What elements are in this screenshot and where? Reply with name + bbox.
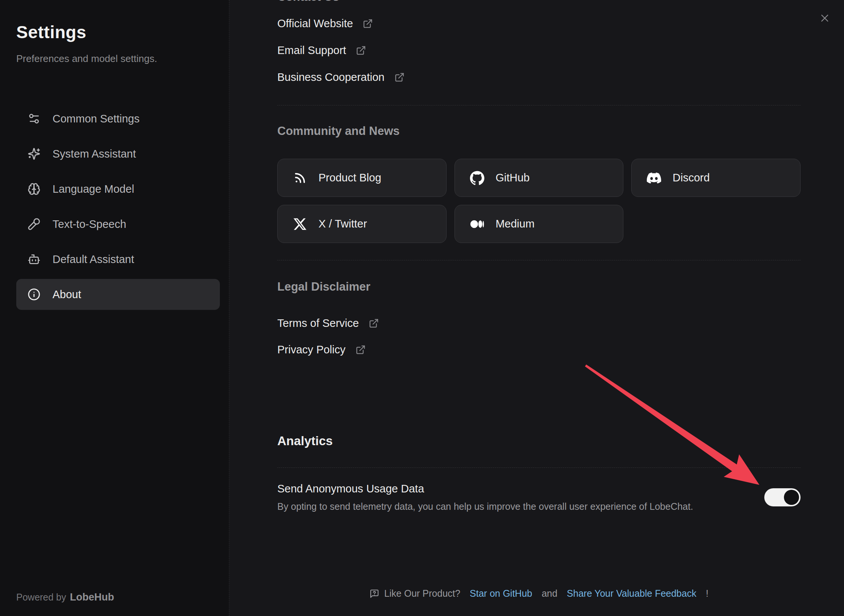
- sidebar-item-about[interactable]: About: [16, 279, 220, 310]
- sidebar-item-label: System Assistant: [53, 148, 136, 160]
- setting-description: By opting to send telemetry data, you ca…: [277, 501, 801, 512]
- send-usage-setting: Send Anonymous Usage Data By opting to s…: [277, 483, 801, 512]
- sidebar-item-label: Common Settings: [53, 113, 140, 125]
- footer-text: !: [706, 588, 708, 599]
- button-label: Product Blog: [318, 172, 381, 184]
- settings-nav: Common Settings System Assistant Languag…: [16, 103, 220, 310]
- divider: [277, 260, 801, 260]
- sidebar-item-language-model[interactable]: Language Model: [16, 173, 220, 204]
- email-support-link[interactable]: Email Support: [277, 44, 366, 57]
- divider: [277, 467, 801, 468]
- x-twitter-button[interactable]: X / Twitter: [277, 205, 447, 243]
- official-website-link[interactable]: Official Website: [277, 17, 373, 30]
- powered-by-label: Powered by: [16, 592, 66, 603]
- link-label: Privacy Policy: [277, 344, 346, 356]
- divider: [277, 105, 801, 105]
- brain-icon: [28, 183, 40, 195]
- medium-icon: [470, 217, 484, 231]
- sidebar-item-common-settings[interactable]: Common Settings: [16, 103, 220, 134]
- sliders-icon: [28, 112, 40, 125]
- github-button[interactable]: GitHub: [454, 159, 624, 197]
- link-label: Terms of Service: [277, 317, 359, 330]
- settings-sidebar: Settings Preferences and model settings.…: [0, 0, 229, 616]
- rss-icon: [293, 171, 307, 185]
- bot-icon: [28, 253, 40, 266]
- page-title: Settings: [16, 22, 220, 42]
- settings-modal: Settings Preferences and model settings.…: [0, 0, 844, 616]
- share-feedback-link[interactable]: Share Your Valuable Feedback: [567, 588, 696, 599]
- button-label: X / Twitter: [318, 218, 367, 230]
- sparkles-icon: [28, 147, 40, 160]
- toggle-knob: [784, 490, 799, 505]
- sidebar-item-label: Text-to-Speech: [53, 218, 126, 231]
- sidebar-item-default-assistant[interactable]: Default Assistant: [16, 244, 220, 275]
- privacy-policy-link[interactable]: Privacy Policy: [277, 344, 366, 356]
- button-label: Medium: [496, 218, 535, 230]
- about-panel: Contact Us Official Website Email Suppor…: [229, 0, 844, 616]
- external-link-icon: [356, 345, 366, 355]
- external-link-icon: [363, 19, 373, 29]
- feedback-footer: Like Our Product? Star on GitHub and Sha…: [277, 588, 801, 599]
- page-subtitle: Preferences and model settings.: [16, 53, 220, 65]
- terms-of-service-link[interactable]: Terms of Service: [277, 317, 379, 330]
- lobehub-brand-link[interactable]: LobeHub: [70, 591, 114, 603]
- powered-by: Powered by LobeHub: [16, 591, 114, 603]
- sidebar-item-label: Default Assistant: [53, 253, 134, 266]
- legal-heading: Legal Disclaimer: [277, 280, 801, 294]
- github-icon: [470, 171, 484, 185]
- link-label: Business Cooperation: [277, 71, 385, 84]
- link-label: Official Website: [277, 17, 353, 30]
- analytics-heading: Analytics: [277, 434, 801, 448]
- product-blog-button[interactable]: Product Blog: [277, 159, 447, 197]
- community-heading: Community and News: [277, 124, 801, 138]
- discord-button[interactable]: Discord: [631, 159, 801, 197]
- link-label: Email Support: [277, 44, 346, 57]
- sidebar-item-label: About: [53, 288, 81, 301]
- button-label: GitHub: [496, 172, 530, 184]
- send-usage-toggle[interactable]: [764, 488, 801, 506]
- close-icon: [819, 12, 830, 24]
- info-icon: [28, 288, 40, 301]
- close-button[interactable]: [819, 12, 830, 24]
- button-label: Discord: [672, 172, 710, 184]
- sidebar-item-label: Language Model: [53, 183, 134, 195]
- mic-icon: [28, 218, 40, 231]
- discussion-icon: [369, 589, 379, 599]
- footer-text: and: [542, 588, 558, 599]
- business-cooperation-link[interactable]: Business Cooperation: [277, 71, 405, 84]
- medium-button[interactable]: Medium: [454, 205, 624, 243]
- discord-icon: [647, 171, 661, 185]
- external-link-icon: [394, 72, 405, 82]
- sidebar-item-text-to-speech[interactable]: Text-to-Speech: [16, 209, 220, 240]
- setting-title: Send Anonymous Usage Data: [277, 483, 801, 495]
- external-link-icon: [369, 318, 379, 328]
- sidebar-item-system-assistant[interactable]: System Assistant: [16, 138, 220, 169]
- x-icon: [293, 217, 307, 231]
- footer-text: Like Our Product?: [384, 588, 461, 599]
- star-on-github-link[interactable]: Star on GitHub: [470, 588, 532, 599]
- contact-us-heading: Contact Us: [277, 0, 801, 4]
- external-link-icon: [356, 45, 366, 56]
